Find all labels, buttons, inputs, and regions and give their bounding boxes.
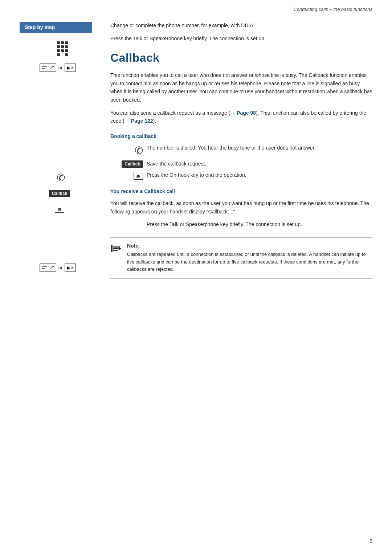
- talk-key-row-1: ⎇ or ▶ ➤: [23, 60, 92, 75]
- callbck-btn-inline[interactable]: Callbck: [122, 160, 143, 168]
- svg-rect-2: [113, 248, 120, 249]
- callbck-icon-col: Callbck: [110, 160, 143, 168]
- callbck-button[interactable]: Callbck: [49, 190, 70, 197]
- page-number: 5: [369, 538, 372, 544]
- note-text: Callbacks are repeated until a connectio…: [127, 251, 372, 273]
- booking-dialed-row: ✆ The number is dialled. You hear the bu…: [110, 144, 372, 156]
- page-ref-122: → Page 122: [124, 118, 153, 124]
- talk-key-text: Press the Talk or Speakerphone key brief…: [110, 35, 372, 43]
- booking-save-text: Save the callback request.: [147, 160, 372, 168]
- receive-talk-icon-col: [110, 221, 143, 221]
- callback-note: You can also send a callback request as …: [110, 109, 372, 125]
- talk-key-row-2: ⎇ or ▶ ➤: [23, 260, 92, 275]
- or-label-2: or: [58, 265, 63, 270]
- ddia-row: Change or complete the phone number, for…: [110, 22, 372, 30]
- booking-title: Booking a callback: [110, 133, 372, 139]
- note-arrow-svg: [110, 244, 122, 254]
- receive-talk-text: Press the Talk or Speakerphone key brief…: [147, 221, 372, 229]
- callback-intro: This function enables you to call a user…: [110, 71, 372, 104]
- header-title: Conducting calls – the basic functions: [293, 7, 372, 12]
- receive-title: You receive a Callback call: [110, 188, 372, 194]
- svg-marker-4: [119, 247, 121, 250]
- note-content: Note: Callbacks are repeated until a con…: [127, 243, 372, 273]
- booking-subsection: Booking a callback ✆ The number is diall…: [110, 133, 372, 180]
- sidebar: Step by step ⎇ or ▶ ➤: [20, 22, 99, 279]
- callback-title: Callback: [110, 51, 372, 65]
- keypad-icon: [57, 41, 68, 56]
- page-header: Conducting calls – the basic functions: [0, 0, 392, 15]
- talk-key-icon: ⎇: [40, 64, 56, 72]
- ddia-text: Change or complete the phone number, for…: [110, 22, 372, 30]
- phone-handset-row: ✆: [30, 170, 92, 186]
- phone-icon-col: ✆: [110, 144, 143, 156]
- step-by-step-label: Step by step: [20, 22, 92, 33]
- phone-handset-icon: ✆: [57, 172, 65, 184]
- note-title: Note:: [127, 243, 372, 249]
- booking-onhook-row: ⏏ Press the On-hook key to end the opera…: [110, 171, 372, 180]
- booking-save-row: Callbck Save the callback request.: [110, 160, 372, 168]
- onhook-icon: ⏏: [55, 205, 64, 213]
- svg-rect-1: [113, 246, 120, 248]
- note-arrow-icon: [110, 244, 122, 254]
- svg-rect-0: [111, 245, 113, 252]
- keypad-icon-row: [34, 39, 92, 58]
- receive-subsection: You receive a Callback call You will rec…: [110, 188, 372, 228]
- page-ref-98: → Page 98: [230, 110, 256, 116]
- or-label-1: or: [58, 65, 63, 70]
- talk-key-icon-2: ⎇: [40, 264, 56, 272]
- receive-talk-row: Press the Talk or Speakerphone key brief…: [110, 221, 372, 229]
- speakerphone-icon-1: ▶ ➤: [65, 64, 76, 72]
- onhook-icon-col: ⏏: [110, 171, 143, 180]
- onhook-inline-icon: ⏏: [134, 172, 143, 180]
- onhook-row: ⏏: [27, 201, 92, 216]
- receive-text: You will receive the callback, as soon a…: [110, 199, 372, 216]
- speakerphone-icon-2: ▶ ➤: [65, 264, 76, 272]
- main-content: Change or complete the phone number, for…: [99, 22, 372, 279]
- callbck-button-row: Callbck: [27, 186, 92, 201]
- talk-key-text-row: Press the Talk or Speakerphone key brief…: [110, 35, 372, 43]
- booking-onhook-text: Press the On-hook key to end the operati…: [147, 171, 372, 179]
- phone-icon: ✆: [135, 144, 143, 156]
- booking-dialed-text: The number is dialled. You hear the busy…: [147, 144, 372, 152]
- svg-rect-3: [113, 250, 118, 251]
- note-box: Note: Callbacks are repeated until a con…: [110, 237, 372, 279]
